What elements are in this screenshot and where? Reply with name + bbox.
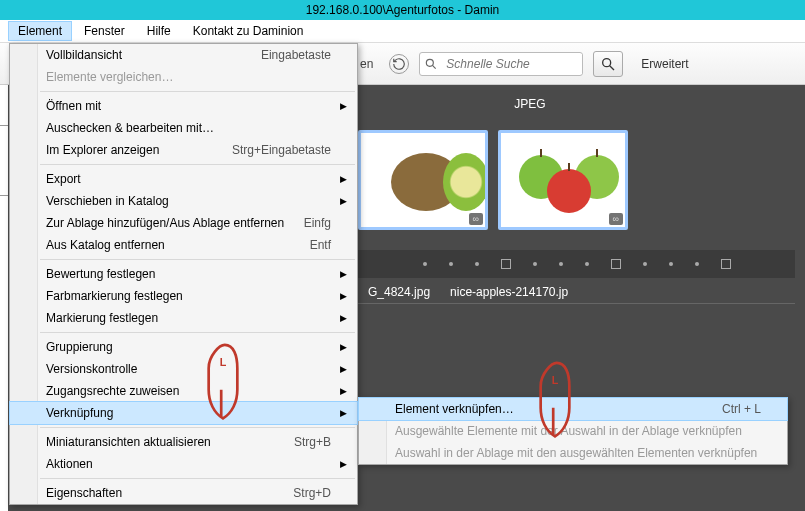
link-badge-icon: ∞	[469, 213, 483, 225]
submenu-arrow-icon: ▶	[340, 285, 347, 307]
caption-row: G_4824.jpg nice-apples-214170.jp	[358, 280, 795, 304]
refresh-button[interactable]	[389, 54, 409, 74]
thumbnail-kiwi[interactable]: ∞	[358, 130, 488, 230]
menu-item-label: Bewertung festlegen	[46, 263, 155, 285]
search-box	[419, 52, 583, 76]
submenu-arrow-icon: ▶	[340, 95, 347, 117]
menu-item-shortcut: Entf	[310, 234, 331, 256]
menu-item-label: Export	[46, 168, 81, 190]
menu-item-label: Elemente vergleichen…	[46, 66, 173, 88]
menu-item: Auswahl in der Ablage mit den ausgewählt…	[359, 442, 787, 464]
menu-item-shortcut: Einfg	[304, 212, 331, 234]
menu-item[interactable]: Öffnen mit▶	[10, 95, 357, 117]
magnifier-icon	[600, 56, 616, 72]
menu-item-label: Im Explorer anzeigen	[46, 139, 159, 161]
menu-item-label: Markierung festlegen	[46, 307, 158, 329]
toolbar-text-fragment: en	[360, 57, 373, 71]
menu-item-label: Vollbildansicht	[46, 44, 122, 66]
menu-item-label: Auschecken & bearbeiten mit…	[46, 117, 214, 139]
menu-item[interactable]: Verschieben in Katalog▶	[10, 190, 357, 212]
menu-item-shortcut: Eingabetaste	[261, 44, 331, 66]
menu-item-label: Auswahl in der Ablage mit den ausgewählt…	[395, 442, 757, 464]
menu-item-label: Zugangsrechte zuweisen	[46, 380, 179, 402]
submenu-arrow-icon: ▶	[340, 358, 347, 380]
caption-2: nice-apples-214170.jp	[450, 285, 568, 299]
menu-item[interactable]: Verknüpfung▶	[9, 401, 358, 425]
menubar-item-element[interactable]: Element	[8, 21, 72, 41]
size-option[interactable]	[721, 259, 731, 269]
menu-item[interactable]: Gruppierung▶	[10, 336, 357, 358]
format-label: JPEG	[410, 97, 650, 111]
svg-point-2	[603, 58, 611, 66]
menu-item-label: Aus Katalog entfernen	[46, 234, 165, 256]
menu-item-shortcut: Ctrl + L	[722, 398, 761, 420]
menu-item-label: Miniaturansichten aktualisieren	[46, 431, 211, 453]
menu-item-label: Aktionen	[46, 453, 93, 475]
search-input[interactable]	[442, 54, 582, 74]
menu-item: Elemente vergleichen…	[10, 66, 357, 88]
menu-item[interactable]: Farbmarkierung festlegen▶	[10, 285, 357, 307]
menu-item[interactable]: Bewertung festlegen▶	[10, 263, 357, 285]
menu-item-label: Gruppierung	[46, 336, 113, 358]
menu-item[interactable]: Aktionen▶	[10, 453, 357, 475]
submenu-arrow-icon: ▶	[340, 402, 347, 424]
svg-line-3	[610, 65, 614, 69]
menubar-item-hilfe[interactable]: Hilfe	[137, 21, 181, 41]
menu-item[interactable]: Aus Katalog entfernenEntf	[10, 234, 357, 256]
menu-item-label: Farbmarkierung festlegen	[46, 285, 183, 307]
submenu-arrow-icon: ▶	[340, 263, 347, 285]
menu-item[interactable]: Element verknüpfen…Ctrl + L	[358, 397, 788, 421]
menu-item-label: Verschieben in Katalog	[46, 190, 169, 212]
menubar-item-fenster[interactable]: Fenster	[74, 21, 135, 41]
size-slider-row	[358, 250, 795, 278]
menu-item-shortcut: Strg+D	[293, 482, 331, 504]
menu-item[interactable]: EigenschaftenStrg+D	[10, 482, 357, 504]
menu-item-label: Versionskontrolle	[46, 358, 137, 380]
link-badge-icon: ∞	[609, 213, 623, 225]
menu-item-label: Ausgewählte Elemente mit der Auswahl in …	[395, 420, 742, 442]
element-menu: VollbildansichtEingabetasteElemente verg…	[9, 43, 358, 505]
menu-item-label: Verknüpfung	[46, 402, 113, 424]
submenu-arrow-icon: ▶	[340, 168, 347, 190]
menu-item[interactable]: Auschecken & bearbeiten mit…	[10, 117, 357, 139]
search-button[interactable]	[593, 51, 623, 77]
menu-item[interactable]: Zugangsrechte zuweisen▶	[10, 380, 357, 402]
menubar-item-kontakt[interactable]: Kontakt zu Daminion	[183, 21, 314, 41]
menu-item[interactable]: VollbildansichtEingabetaste	[10, 44, 357, 66]
menu-item[interactable]: Markierung festlegen▶	[10, 307, 357, 329]
search-icon	[420, 57, 442, 71]
caption-1: G_4824.jpg	[368, 285, 430, 299]
submenu-arrow-icon: ▶	[340, 190, 347, 212]
submenu-arrow-icon: ▶	[340, 307, 347, 329]
ruler-gutter	[0, 85, 8, 511]
thumbnail-apples[interactable]: ∞	[498, 130, 628, 230]
submenu-arrow-icon: ▶	[340, 453, 347, 475]
refresh-icon	[392, 57, 406, 71]
menu-item-label: Element verknüpfen…	[395, 398, 514, 420]
menu-item[interactable]: Zur Ablage hinzufügen/Aus Ablage entfern…	[10, 212, 357, 234]
verknuepfung-submenu: Element verknüpfen…Ctrl + LAusgewählte E…	[358, 397, 788, 465]
menu-item[interactable]: Export▶	[10, 168, 357, 190]
menu-item-label: Zur Ablage hinzufügen/Aus Ablage entfern…	[46, 212, 284, 234]
menubar: Element Fenster Hilfe Kontakt zu Daminio…	[0, 20, 805, 43]
menu-item[interactable]: Im Explorer anzeigenStrg+Eingabetaste	[10, 139, 357, 161]
thumbnail-row: ∞ ∞	[358, 130, 628, 230]
menu-item-shortcut: Strg+B	[294, 431, 331, 453]
svg-point-0	[427, 59, 434, 66]
submenu-arrow-icon: ▶	[340, 336, 347, 358]
menu-item[interactable]: Versionskontrolle▶	[10, 358, 357, 380]
menu-item-shortcut: Strg+Eingabetaste	[232, 139, 331, 161]
menu-item-label: Öffnen mit	[46, 95, 101, 117]
size-option[interactable]	[611, 259, 621, 269]
size-option[interactable]	[501, 259, 511, 269]
titlebar: 192.168.0.100\Agenturfotos - Damin	[0, 0, 805, 20]
menu-item: Ausgewählte Elemente mit der Auswahl in …	[359, 420, 787, 442]
menu-item-label: Eigenschaften	[46, 482, 122, 504]
submenu-arrow-icon: ▶	[340, 380, 347, 402]
svg-line-1	[433, 65, 436, 68]
menu-item[interactable]: Miniaturansichten aktualisierenStrg+B	[10, 431, 357, 453]
advanced-link[interactable]: Erweitert	[641, 57, 688, 71]
